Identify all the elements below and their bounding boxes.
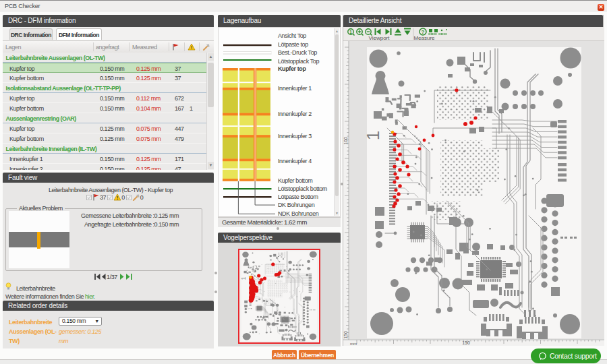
svg-text:1: 1 bbox=[349, 30, 352, 34]
svg-text:Innenkupfer 1: Innenkupfer 1 bbox=[278, 85, 312, 92]
svg-text:100: 100 bbox=[343, 137, 348, 145]
svg-text:?: ? bbox=[422, 29, 425, 35]
svg-text:Measure: Measure bbox=[413, 35, 435, 41]
svg-text:!: ! bbox=[191, 45, 192, 50]
svg-text:Innenkupfer 4: Innenkupfer 4 bbox=[278, 158, 312, 164]
svg-text:Viewport: Viewport bbox=[369, 35, 391, 41]
svg-text:Kupfer top: Kupfer top bbox=[278, 65, 306, 72]
svg-text:Lötpaste top: Lötpaste top bbox=[278, 41, 308, 48]
svg-text:Lötstopplack Top: Lötstopplack Top bbox=[278, 58, 319, 65]
svg-text:Ansicht Top: Ansicht Top bbox=[278, 32, 306, 39]
svg-text:150: 150 bbox=[462, 340, 470, 345]
svg-text:Innenkupfer 3: Innenkupfer 3 bbox=[278, 133, 312, 140]
svg-text:NDK Bohrungen: NDK Bohrungen bbox=[278, 210, 319, 216]
svg-text:150: 150 bbox=[343, 331, 348, 339]
svg-text:DK Bohrungen: DK Bohrungen bbox=[278, 202, 315, 208]
svg-text:!: ! bbox=[117, 195, 118, 200]
svg-text:mm: mm bbox=[350, 342, 357, 346]
svg-text:Innenkupfer 2: Innenkupfer 2 bbox=[278, 111, 312, 117]
svg-text:Kupfer bottom: Kupfer bottom bbox=[278, 177, 312, 184]
svg-text:1/37: 1/37 bbox=[107, 274, 117, 280]
svg-text:Best.-Druck Top: Best.-Druck Top bbox=[278, 49, 317, 56]
svg-text:Lötpaste Bottom: Lötpaste Bottom bbox=[278, 193, 318, 200]
svg-text:Lötstopplack bottom: Lötstopplack bottom bbox=[278, 185, 327, 192]
